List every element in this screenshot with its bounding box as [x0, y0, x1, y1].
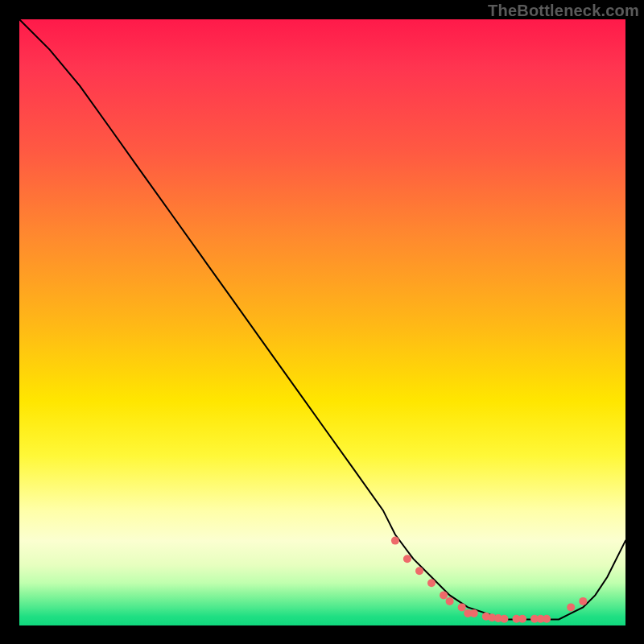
- chart-gradient-background: [19, 19, 625, 625]
- watermark-text: TheBottleneck.com: [488, 2, 639, 20]
- chart-frame: [19, 19, 625, 625]
